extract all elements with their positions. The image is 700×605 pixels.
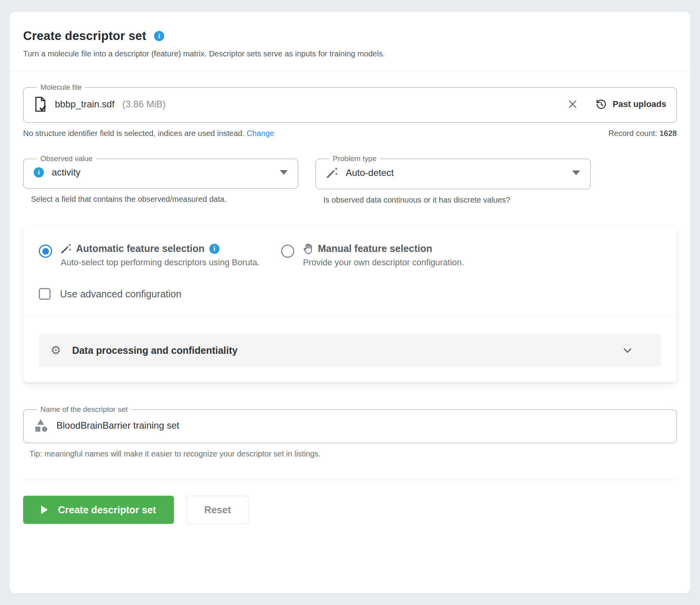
automatic-selection-description: Auto-select top performing descriptors u… <box>61 257 259 268</box>
gear-icon: ⚙ <box>51 344 61 356</box>
title-info-icon[interactable]: i <box>154 31 164 41</box>
descriptor-name-field[interactable]: Name of the descriptor set BloodBrainBar… <box>23 405 677 443</box>
manual-selection-label: Manual feature selection <box>318 243 432 254</box>
manual-selection-description: Provide your own descriptor configuratio… <box>303 257 464 268</box>
shapes-icon <box>34 418 49 433</box>
problem-type-helper: Is observed data continuous or it has di… <box>316 196 591 205</box>
reset-button[interactable]: Reset <box>187 496 248 524</box>
problem-type-select[interactable]: Problem type Auto-detect <box>316 154 591 189</box>
radio-automatic-feature-selection[interactable]: Automatic feature selection i Auto-selec… <box>39 243 281 268</box>
dropdown-arrow-icon <box>572 170 580 175</box>
record-count: Record count: 1628 <box>608 129 677 138</box>
advanced-config-checkbox[interactable]: Use advanced configuration <box>39 288 661 300</box>
problem-type-text: Auto-detect <box>346 167 394 178</box>
observed-value-helper: Select a field that contains the observe… <box>23 195 298 204</box>
molecule-file-fieldset: Molecule file bbbp_train.sdf (3.86 MiB) <box>23 83 677 123</box>
file-size: (3.86 MiB) <box>122 99 166 110</box>
clear-file-icon[interactable] <box>567 99 578 110</box>
record-count-label: Record count: <box>608 129 657 138</box>
file-name: bbbp_train.sdf <box>55 99 114 110</box>
feature-card-divider <box>23 315 677 316</box>
descriptor-name-label: Name of the descriptor set <box>37 405 131 414</box>
problem-type-label: Problem type <box>329 154 380 163</box>
chevron-down-icon <box>621 344 634 357</box>
advanced-config-label: Use advanced configuration <box>60 288 181 300</box>
observed-value-info-icon[interactable]: i <box>34 167 44 178</box>
radio-manual-feature-selection[interactable]: Manual feature selection Provide your ow… <box>281 243 661 268</box>
radio-unselected-indicator <box>281 245 294 258</box>
past-uploads-label: Past uploads <box>613 99 666 109</box>
page-subtitle: Turn a molecule file into a descriptor (… <box>23 49 677 58</box>
data-processing-header[interactable]: ⚙ Data processing and confidentiality <box>39 334 661 367</box>
history-icon <box>595 98 607 110</box>
main-card: Create descriptor set i Turn a molecule … <box>10 12 690 593</box>
observed-value-select[interactable]: Observed value i activity <box>23 154 298 188</box>
automatic-info-icon[interactable]: i <box>209 244 219 254</box>
magic-wand-icon <box>61 243 71 254</box>
magic-wand-icon <box>326 167 338 179</box>
past-uploads-button[interactable]: Past uploads <box>595 98 666 110</box>
radio-selected-indicator <box>39 245 52 258</box>
name-tip: Tip: meaningful names will make it easie… <box>23 449 677 458</box>
page-title: Create descriptor set <box>23 29 146 43</box>
header-divider <box>10 72 690 72</box>
data-processing-label: Data processing and confidentiality <box>72 345 238 356</box>
observed-value-label: Observed value <box>37 154 96 163</box>
play-icon <box>41 505 48 514</box>
checkbox-box <box>39 288 51 300</box>
record-count-value: 1628 <box>660 129 677 138</box>
raised-hand-icon <box>303 243 313 254</box>
identifier-note: No structure identifier field is selecte… <box>23 129 274 138</box>
feature-selection-card: Automatic feature selection i Auto-selec… <box>23 227 677 382</box>
automatic-selection-label: Automatic feature selection <box>76 243 205 254</box>
dropdown-arrow-icon <box>280 170 288 175</box>
header: Create descriptor set i Turn a molecule … <box>10 12 690 72</box>
observed-value-text: activity <box>52 167 80 178</box>
create-descriptor-set-button[interactable]: Create descriptor set <box>23 496 174 524</box>
molecule-file-label: Molecule file <box>37 83 85 92</box>
create-button-label: Create descriptor set <box>58 504 156 516</box>
descriptor-name-value: BloodBrainBarrier training set <box>56 420 180 431</box>
file-check-icon <box>34 96 47 112</box>
change-link[interactable]: Change <box>247 129 274 138</box>
